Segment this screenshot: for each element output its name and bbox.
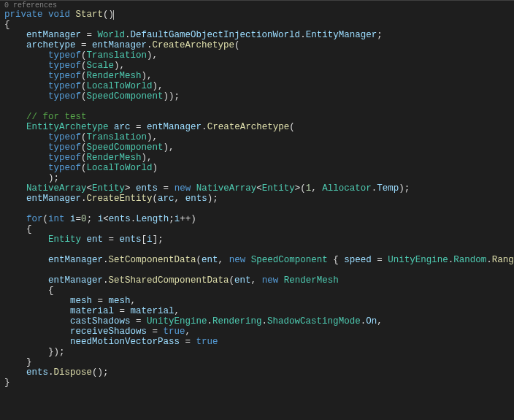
identifier: i <box>70 214 76 224</box>
code-line[interactable]: typeof(LocalToWorld), <box>0 81 514 91</box>
code-line[interactable]: entManager.CreateEntity(arc, ents); <box>0 194 514 204</box>
identifier: ent <box>87 234 104 245</box>
lt: < <box>87 183 93 194</box>
paren: ( <box>196 255 202 265</box>
code-line[interactable]: mesh = mesh, <box>0 296 514 306</box>
code-line[interactable]: ); <box>0 173 514 183</box>
indent <box>4 112 26 122</box>
code-line[interactable]: needMotionVectorPass = true <box>0 337 514 347</box>
indent <box>4 61 48 71</box>
code-line[interactable]: typeof(RenderMesh), <box>0 71 514 81</box>
code-line[interactable]: NativeArray<Entity> ents = new NativeArr… <box>0 183 514 194</box>
code-line[interactable]: { <box>0 286 514 296</box>
op: = <box>103 234 120 245</box>
paren: ( <box>81 153 87 163</box>
code-line[interactable]: material = material, <box>0 306 514 316</box>
keyword: typeof <box>48 81 81 91</box>
code-line[interactable]: { <box>0 224 514 234</box>
paren: ) <box>164 142 169 153</box>
identifier: On <box>366 316 377 327</box>
identifier: arc <box>158 194 174 204</box>
blank-line[interactable] <box>0 102 514 112</box>
code-line[interactable]: entManager.SetSharedComponentData(ent, n… <box>0 275 514 286</box>
identifier: i <box>147 234 153 245</box>
identifier: entManager <box>26 30 81 40</box>
paren: ) <box>153 81 158 91</box>
indent <box>4 30 26 40</box>
code-line[interactable]: typeof(LocalToWorld) <box>0 163 514 173</box>
type: NativeArray <box>196 183 257 194</box>
dot: . <box>103 255 109 265</box>
code-line[interactable]: entManager = World.DefaultGameObjectInje… <box>0 30 514 40</box>
semi: ; <box>158 234 164 245</box>
indent <box>4 91 48 102</box>
code-line[interactable]: typeof(SpeedComponent)); <box>0 91 514 102</box>
op: = <box>158 183 174 194</box>
comma: , <box>174 194 180 204</box>
keyword: new <box>262 275 279 286</box>
code-line[interactable]: EntityArchetype arc = entManager.CreateA… <box>0 122 514 132</box>
code-line[interactable]: Entity ent = ents[i]; <box>0 234 514 245</box>
indent <box>4 337 70 347</box>
keyword: new <box>229 255 246 265</box>
identifier: speed <box>344 255 372 265</box>
type: Entity <box>262 183 295 194</box>
code-line[interactable]: archetype = entManager.CreateArchetype( <box>0 40 514 50</box>
text-cursor <box>113 10 114 20</box>
dot: . <box>81 194 87 204</box>
code-line[interactable]: } <box>0 378 514 388</box>
paren: ( <box>153 194 158 204</box>
indent <box>4 122 26 132</box>
space <box>43 9 49 20</box>
code-line[interactable]: typeof(SpeedComponent), <box>0 142 514 153</box>
blank-line[interactable] <box>0 245 514 255</box>
code-line[interactable]: private void Start() <box>0 9 514 20</box>
code-line[interactable]: ents.Dispose(); <box>0 367 514 378</box>
op: = <box>81 30 98 40</box>
code-line[interactable]: entManager.SetComponentData(ent, new Spe… <box>0 255 514 265</box>
space <box>223 255 229 265</box>
code-line[interactable]: receiveShadows = true, <box>0 327 514 337</box>
code-line[interactable]: for(int i=0; i<ents.Length;i++) <box>0 214 514 224</box>
dot: . <box>262 316 268 327</box>
code-editor[interactable]: 0 references private void Start() { entM… <box>0 0 514 420</box>
code-line[interactable]: castShadows = UnityEngine.Rendering.Shad… <box>0 316 514 327</box>
identifier: material <box>131 306 174 316</box>
paren: ) <box>114 61 120 71</box>
paren: ( <box>234 40 240 50</box>
paren: ); <box>399 183 410 194</box>
codelens-references[interactable]: 0 references <box>0 1 514 9</box>
comma: , <box>153 50 158 61</box>
keyword: true <box>164 327 185 337</box>
type: SpeedComponent <box>87 91 164 102</box>
identifier: EntityManager <box>306 30 377 40</box>
code-line[interactable]: typeof(Translation), <box>0 132 514 142</box>
op: = <box>76 214 82 224</box>
code-line[interactable]: typeof(Translation), <box>0 50 514 61</box>
paren: ( <box>81 81 87 91</box>
code-line[interactable]: }); <box>0 347 514 357</box>
brace: { <box>48 286 54 296</box>
indent <box>4 142 48 153</box>
gt: > <box>125 183 131 194</box>
indent <box>4 234 48 245</box>
comma: , <box>218 255 224 265</box>
comma: , <box>158 81 164 91</box>
identifier: Length <box>136 214 169 224</box>
code-line[interactable]: } <box>0 357 514 367</box>
op: = <box>114 306 131 316</box>
code-line[interactable]: // for test <box>0 112 514 122</box>
dot: . <box>300 30 306 40</box>
code-line[interactable]: typeof(Scale), <box>0 61 514 71</box>
code-line[interactable]: { <box>0 20 514 30</box>
keyword: void <box>48 9 70 20</box>
paren: ) <box>153 163 158 173</box>
comma: , <box>311 183 317 194</box>
brace: { <box>4 20 10 30</box>
blank-line[interactable] <box>0 204 514 214</box>
code-line[interactable]: typeof(RenderMesh), <box>0 153 514 163</box>
method: CreateArchetype <box>153 40 235 50</box>
type: Translation <box>87 50 147 61</box>
type: Rendering <box>212 316 262 327</box>
blank-line[interactable] <box>0 265 514 275</box>
